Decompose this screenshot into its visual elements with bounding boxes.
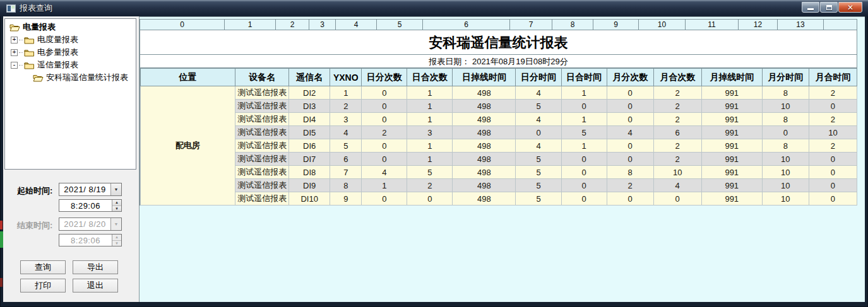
report-cell: 2 (809, 139, 857, 153)
grid-column-header-0[interactable]: 0 (140, 20, 225, 30)
report-cell: 测试遥信报表 (235, 179, 289, 192)
spin-down-icon[interactable]: ▼ (112, 206, 121, 212)
tree-item-dianduliang[interactable]: + 电度量报表 (5, 33, 136, 46)
report-column-header: 月合次数 (653, 69, 701, 86)
report-cell: 0 (607, 86, 653, 100)
report-cell: 0 (362, 192, 407, 206)
tree-item-label: 电参量报表 (37, 47, 78, 58)
report-cell: 2 (653, 153, 701, 166)
report-title: 安科瑞遥信量统计报表 (140, 30, 857, 55)
maximize-button[interactable] (820, 2, 838, 13)
grid-column-header-12[interactable]: 12 (739, 20, 778, 30)
grid-column-header-11[interactable]: 11 (686, 20, 739, 30)
report-cell: 测试遥信报表 (235, 113, 289, 126)
export-button[interactable]: 导出 (73, 260, 118, 274)
grid-column-header-7[interactable]: 7 (510, 20, 552, 30)
tree-item-diancanliang[interactable]: + 电参量报表 (5, 46, 136, 59)
report-column-header: 设备名 (235, 69, 289, 86)
report-cell: 991 (701, 100, 762, 113)
spin-up-icon[interactable]: ▲ (112, 200, 121, 206)
grid-column-header-blank (824, 20, 857, 30)
tree-connector (19, 65, 23, 66)
left-pane: 电量报表 + 电度量报表 + 电参量报表 - (3, 16, 139, 302)
tree-item-label: 遥信量报表 (37, 59, 78, 71)
report-cell: 8 (607, 166, 653, 179)
report-cell: 4 (330, 126, 362, 139)
tree-item-dianliang-root[interactable]: 电量报表 (5, 21, 136, 33)
report-cell: 2 (362, 126, 407, 139)
grid-column-header-13[interactable]: 13 (778, 20, 824, 30)
report-date-line: 报表日期： 2021年08月19日08时29分 (140, 55, 857, 68)
screen-artifact (0, 221, 3, 229)
report-cell: 8 (762, 139, 809, 153)
query-button[interactable]: 查询 (20, 260, 66, 274)
report-cell: 10 (762, 153, 809, 166)
report-cell: 498 (453, 100, 516, 113)
report-cell: 5 (330, 139, 362, 153)
report-cell: 0 (607, 113, 653, 126)
expand-plus-icon[interactable]: + (11, 49, 18, 56)
report-cell: 991 (701, 153, 762, 166)
grid-column-header-3[interactable]: 3 (309, 20, 336, 30)
folder-closed-icon (24, 61, 35, 69)
expand-minus-icon[interactable]: - (11, 62, 18, 69)
end-date-picker: 2021/ 8/20 ▼ (59, 217, 122, 231)
grid-column-header-4[interactable]: 4 (336, 20, 377, 30)
report-row: 测试遥信报表DI54234980546991010 (141, 126, 857, 139)
minimize-icon (807, 8, 814, 10)
report-cell: DI6 (289, 139, 330, 153)
grid-column-header-10[interactable]: 10 (639, 20, 686, 30)
report-cell: 测试遥信报表 (235, 192, 289, 206)
report-cell: DI2 (289, 86, 330, 100)
grid-column-header-6[interactable]: 6 (423, 20, 510, 30)
tree-connector (19, 52, 23, 53)
exit-button[interactable]: 退出 (73, 279, 118, 293)
report-column-header: 日分时间 (516, 69, 561, 86)
report-cell: 991 (701, 126, 762, 139)
grid-column-header-1[interactable]: 1 (225, 20, 276, 30)
report-row: 配电房测试遥信报表DI2101498410299182 (141, 86, 857, 100)
client-area: 电量报表 + 电度量报表 + 电参量报表 - (3, 16, 865, 302)
start-time-value: 8:29:06 (59, 200, 112, 211)
expand-plus-icon[interactable]: + (11, 37, 18, 43)
folder-closed-icon (24, 36, 35, 44)
grid-column-header-8[interactable]: 8 (552, 20, 593, 30)
grid-column-header-2[interactable]: 2 (276, 20, 309, 30)
report-cell: 2 (653, 86, 701, 100)
folder-closed-icon (24, 49, 35, 57)
report-cell: 0 (653, 192, 701, 206)
report-cell: 8 (330, 179, 362, 192)
report-column-header: 月分次数 (607, 69, 653, 86)
report-cell: 0 (362, 153, 407, 166)
report-cell: 1 (407, 86, 453, 100)
start-date-picker[interactable]: 2021/ 8/19 ▼ (59, 183, 122, 196)
grid-column-header-5[interactable]: 5 (377, 20, 423, 30)
tree-item-label: 安科瑞遥信量统计报表 (46, 72, 128, 83)
report-cell: 1 (362, 179, 407, 192)
report-cell: 4 (516, 113, 561, 126)
report-tree: 电量报表 + 电度量报表 + 电参量报表 - (4, 18, 136, 170)
report-cell: 2 (653, 139, 701, 153)
title-bar[interactable]: 报表查询 ✕ (0, 0, 868, 16)
end-time-label: 结束时间: (17, 220, 52, 231)
report-row: 测试遥信报表DI98124985024991100 (141, 179, 857, 192)
print-button[interactable]: 打印 (20, 279, 66, 293)
report-cell: 0 (607, 100, 653, 113)
report-cell: 1 (407, 113, 453, 126)
grid-column-header-9[interactable]: 9 (593, 20, 639, 30)
report-column-header: 月分时间 (762, 69, 809, 86)
tree-item-ankerui-stat-report[interactable]: 安科瑞遥信量统计报表 (5, 71, 136, 84)
grid-column-header-row: 012345678910111213 (140, 19, 857, 30)
report-cell: 0 (607, 139, 653, 153)
report-cell: 测试遥信报表 (235, 86, 289, 100)
dropdown-button[interactable]: ▼ (110, 183, 121, 195)
report-column-header: 日掉线时间 (453, 69, 516, 86)
report-cell: 0 (607, 192, 653, 206)
minimize-button[interactable] (802, 2, 819, 13)
report-cell: 测试遥信报表 (235, 100, 289, 113)
start-time-spinner[interactable]: 8:29:06 ▲▼ (59, 199, 122, 212)
tree-item-yaoxinliang[interactable]: - 遥信量报表 (5, 59, 136, 71)
close-button[interactable]: ✕ (838, 2, 862, 13)
chevron-down-icon: ▼ (114, 187, 119, 192)
report-cell: 2 (653, 113, 701, 126)
